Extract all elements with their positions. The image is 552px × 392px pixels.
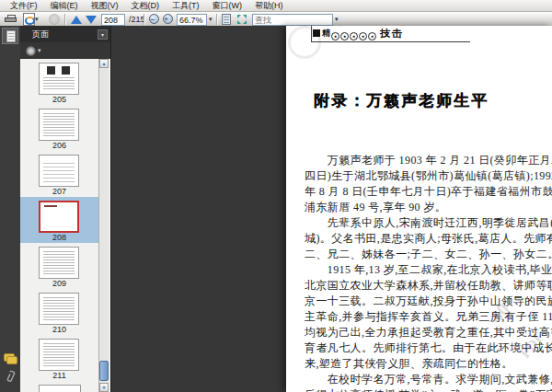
attachments-panel-tab[interactable] — [2, 370, 17, 385]
panel-options-button[interactable]: ▾ — [98, 29, 108, 40]
scrollbar-thumb[interactable] — [99, 361, 109, 381]
thumbnail-page-image[interactable] — [39, 339, 79, 371]
thumbnail-page-number: 206 — [20, 141, 98, 150]
thumbnail-entry[interactable]: 209 — [20, 243, 98, 289]
printer-icon — [5, 15, 17, 24]
pdf-reader-window: 文件(F)编辑(E)视图(V)文档(D)工具(T)窗口(W)帮助(H) ▾ /2… — [0, 0, 552, 392]
body-text-line: 四日)生于湖北鄂城县(鄂州市)葛仙镇(葛店镇);1992 — [305, 168, 540, 184]
thumbnail-page-number: 211 — [20, 371, 98, 380]
export-icon — [23, 13, 35, 26]
pages-panel-title: 页面 — [20, 29, 49, 40]
header-circled-glyph-icon: ● — [350, 32, 358, 40]
document-page[interactable]: 万籁声 精 ●●●●● 技击 40 PDF 附录：万籁声老师生平 万籁声老师于 … — [286, 26, 552, 392]
thumbnail-page-number: 207 — [20, 187, 98, 196]
thumbnail-entry[interactable]: 210 — [20, 289, 98, 335]
body-text-line: 1915 年,13 岁,至二叔家,在北京入校读书,毕业于 — [305, 262, 540, 278]
thumbnail-page-image[interactable] — [39, 247, 79, 279]
previous-page-button[interactable] — [71, 14, 82, 25]
thumbnail-options-icon[interactable] — [26, 46, 36, 56]
thumbnail-page-image[interactable] — [39, 201, 79, 233]
zoom-out-button[interactable]: − — [149, 14, 159, 24]
thumbnail-page-number: 210 — [20, 325, 98, 334]
chevron-down-icon: ▾ — [35, 14, 39, 25]
comment-bubble-icon — [6, 356, 17, 364]
thumbnail-page-image[interactable] — [39, 155, 79, 187]
page-total-label: /215 — [129, 14, 145, 25]
zoom-dropdown-caret-icon[interactable]: ▾ — [209, 14, 213, 25]
thumbnail-entry[interactable]: 206 — [20, 105, 98, 151]
zoom-in-button[interactable]: + — [163, 14, 173, 24]
body-text-line: 浦东新厝 49 号,享年 90 岁。 — [305, 200, 540, 215]
header-circled-glyph-icon: ● — [340, 32, 349, 40]
pages-icon — [6, 30, 16, 42]
arrow-up-icon — [71, 16, 82, 24]
fit-width-icon — [222, 14, 231, 25]
header-circled-glyph-icon: ● — [359, 32, 367, 40]
scroll-down-button[interactable]: ▼ — [99, 383, 109, 392]
thumbnail-page-number: 209 — [20, 279, 98, 288]
fit-width-button[interactable] — [222, 14, 231, 25]
thumbnail-entry[interactable]: 211 — [20, 335, 98, 381]
comments-panel-tab[interactable] — [4, 353, 17, 364]
thumbnail-page-image[interactable] — [39, 63, 79, 95]
next-page-button[interactable] — [86, 14, 97, 25]
menu-item[interactable]: 编辑(E) — [44, 0, 85, 11]
paperclip-icon — [6, 370, 17, 384]
body-text-line: 均视为己出,全力承担起受教育之重任,其中受过高等教 — [305, 325, 540, 340]
export-button[interactable]: ▾ — [23, 14, 39, 25]
back-arrow-icon — [49, 14, 60, 25]
chevron-down-icon[interactable]: ▾ — [38, 47, 41, 54]
header-prefix: 精 — [322, 28, 330, 40]
menu-item[interactable]: 视图(V) — [85, 0, 125, 11]
scroll-up-button[interactable]: ▲ — [99, 59, 109, 68]
header-square-icon — [313, 29, 320, 37]
thumbnail-entry[interactable]: 205 — [20, 59, 98, 105]
zoom-level-input[interactable] — [177, 14, 207, 26]
thumbnail-page-image[interactable] — [39, 109, 79, 141]
body-text-line: 二、兄二、姊妹各一;子二、女二、孙一、孙女二。 — [305, 247, 540, 262]
thumbnail-page-number: 205 — [20, 95, 98, 104]
menu-bar: 文件(F)编辑(E)视图(V)文档(D)工具(T)窗口(W)帮助(H) — [0, 0, 552, 12]
header-badge-line: 精 ●●●●● 技击 — [313, 26, 404, 40]
body-text-line: 城)。父名书田,是忠实商人;母张氏,葛店人。先师有叔 — [305, 231, 540, 247]
header-circled-glyph-icon: ● — [368, 32, 376, 40]
body-text-line: 后得七位高师传授,苦学“文、武、道、医、拳”五宝,并打下 — [305, 387, 540, 392]
search-dropdown-caret-icon[interactable]: ▾ — [335, 14, 339, 25]
menu-item[interactable]: 文档(D) — [125, 0, 167, 11]
menu-item[interactable]: 文件(F) — [4, 0, 44, 11]
toolbar-separator — [64, 14, 65, 25]
thumbnail-partial[interactable] — [39, 385, 81, 392]
arrow-down-icon — [86, 16, 97, 24]
thumbnail-entry[interactable]: 207 — [20, 151, 98, 197]
body-text-line: 育者凡七人。先师排行第七。由于在此环境中成长起 — [305, 340, 540, 356]
body-text-line: 北京国立农业大学森林系,并留校任助教、讲师等职。在 — [305, 278, 540, 294]
menu-item[interactable]: 工具(T) — [166, 0, 206, 11]
body-text-line: 在校时学名万常,号常青。求学期间,文武兼修,先 — [305, 372, 540, 387]
pages-panel-tab[interactable] — [2, 28, 18, 44]
print-button[interactable] — [5, 14, 17, 25]
document-canvas[interactable]: 万籁声 精 ●●●●● 技击 40 PDF 附录：万籁声老师生平 万籁声老师于 … — [110, 26, 552, 392]
body-text-line: 年 8 月 8 日(壬申年七月十日)卒于福建省福州市鼓山乡 — [305, 184, 540, 200]
thumbnail-page-image[interactable] — [39, 293, 79, 325]
fit-screen-icon — [236, 14, 247, 25]
search-input[interactable] — [252, 14, 333, 26]
body-text-line: 万籁声老师于 1903 年 2 月 21 日(癸卯年正月二十 — [305, 153, 540, 168]
body-text-line: 来,塑造了其侠骨义胆、亲疏同仁的性格。 — [305, 356, 540, 372]
page-number-input[interactable] — [101, 14, 125, 26]
thumbnail-entry[interactable]: 208 — [20, 197, 98, 243]
header-badges: ●●●●● — [331, 26, 377, 41]
thumbnail-list: 205206207208209210211 — [20, 59, 98, 381]
pages-panel-header: 页面 ▾ — [20, 26, 110, 42]
menu-item[interactable]: 窗口(W) — [206, 0, 249, 11]
page-body-text: 万籁声老师于 1903 年 2 月 21 日(癸卯年正月二十四日)生于湖北鄂城县… — [305, 153, 540, 392]
toolbar-separator — [216, 14, 217, 25]
menu-item[interactable]: 帮助(H) — [248, 0, 290, 11]
thumbnail-panel: 205206207208209210211 ▲ ▼ — [20, 59, 110, 392]
pages-panel-toolbar: ▾ — [20, 42, 110, 59]
fit-screen-button[interactable] — [236, 14, 247, 25]
body-text-line: 主革命,并参与指挥辛亥首义。兄弟三房,有子侄 11 人, — [305, 309, 540, 325]
navigation-tab-strip — [0, 26, 20, 392]
main-toolbar: ▾ /215 − + ▾ ▾ — [0, 12, 552, 27]
thumbnail-scrollbar[interactable]: ▲ ▼ — [98, 59, 109, 392]
header-circled-glyph-icon: ● — [331, 32, 339, 40]
